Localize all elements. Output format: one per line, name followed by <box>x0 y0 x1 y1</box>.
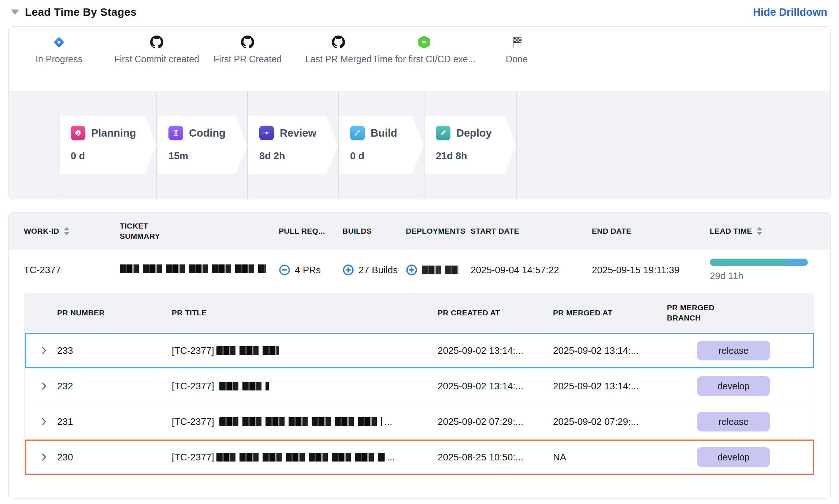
pr-title-suffix: ... <box>387 452 395 463</box>
work-table-row[interactable]: TC-2377 4 PRs 27 Builds <box>9 249 830 290</box>
stage-duration: 0 d <box>71 151 156 162</box>
stage-duration: 21d 8h <box>436 151 516 162</box>
column-header-ticket-summary[interactable]: TICKET SUMMARY <box>120 221 279 242</box>
chevron-right-icon[interactable] <box>25 452 57 462</box>
builds-cell[interactable]: 27 Builds <box>342 264 406 276</box>
column-label: LEAD TIME <box>710 227 752 236</box>
pull-requests-cell[interactable]: 4 PRs <box>279 264 342 276</box>
stage-planning[interactable]: Planning 0 d <box>60 116 156 174</box>
stage-name: Planning <box>91 127 136 139</box>
column-label: PR MERGED BRANCH <box>667 303 729 323</box>
stage-deploy[interactable]: Deploy 21d 8h <box>425 116 516 174</box>
lead-time-drilldown-page: Lead Time By Stages Hide Drilldown In Pr… <box>0 0 839 504</box>
column-label: BUILDS <box>342 227 372 236</box>
stage-coding[interactable]: Coding 15m <box>157 116 247 174</box>
pr-title-prefix: [TC-2377] <box>172 416 214 427</box>
pr-row-232[interactable]: 232 [TC-2377] 2025-09-02 13:14:... 2025-… <box>25 368 814 404</box>
hourglass-icon <box>168 126 183 140</box>
branch-badge: develop <box>697 447 770 467</box>
collapse-circle-icon[interactable] <box>279 264 290 276</box>
pull-requests-value: 4 PRs <box>295 264 321 276</box>
stage-divider <box>156 91 157 199</box>
hide-drilldown-link[interactable]: Hide Drilldown <box>753 6 827 18</box>
column-label: PR NUMBER <box>57 308 105 317</box>
column-label: PR CREATED AT <box>438 308 500 317</box>
pr-title-prefix: [TC-2377] <box>172 345 214 356</box>
pr-row-230[interactable]: 230 [TC-2377] ... 2025-08-25 10:50:... N… <box>25 439 814 475</box>
start-date-value: 2025-09-04 14:57:22 <box>471 264 592 276</box>
stage-divider <box>59 91 59 199</box>
pr-merged-at: NA <box>553 452 667 463</box>
pr-created-at: 2025-08-25 10:50:... <box>438 452 553 463</box>
sort-icon[interactable] <box>757 227 762 235</box>
chevron-right-icon[interactable] <box>25 416 57 427</box>
column-label: PR TITLE <box>172 308 207 317</box>
stage-name: Coding <box>189 127 226 139</box>
lead-time-cell: 29d 11h <box>710 259 830 282</box>
column-header-builds[interactable]: BUILDS <box>342 227 406 236</box>
column-header-pr-number[interactable]: PR NUMBER <box>57 308 172 317</box>
column-label: TICKET SUMMARY <box>120 221 167 242</box>
pr-title: [TC-2377] ... <box>172 416 438 427</box>
pr-merged-at: 2025-09-02 13:14:... <box>553 345 667 356</box>
lead-time-bar <box>710 259 808 266</box>
rocket-icon <box>436 126 450 140</box>
stage-zone: Planning 0 d Coding 15m <box>9 91 830 199</box>
milestone-label: Done <box>458 54 575 64</box>
pr-created-at: 2025-09-02 13:14:... <box>438 381 553 392</box>
sort-icon[interactable] <box>64 227 70 235</box>
stage-divider <box>338 91 339 199</box>
work-id-value: TC-2377 <box>24 264 120 276</box>
chevron-right-icon[interactable] <box>25 381 57 391</box>
finish-flag-icon <box>458 35 575 49</box>
stage-divider <box>516 91 517 199</box>
column-header-start-date[interactable]: START DATE <box>471 227 592 236</box>
column-header-end-date[interactable]: END DATE <box>592 227 710 236</box>
pr-row-233[interactable]: 233 [TC-2377] 2025-09-02 13:14:... 2025-… <box>25 333 814 368</box>
column-header-pr-merged-at[interactable]: PR MERGED AT <box>553 308 667 317</box>
lead-time-stages-card: In Progress First Commit created First P… <box>8 26 831 199</box>
page-title: Lead Time By Stages <box>25 6 137 18</box>
redacted-text <box>422 266 459 274</box>
pr-row-231[interactable]: 231 [TC-2377] ... 2025-09-02 07:29:... 2… <box>25 404 814 439</box>
redacted-text <box>219 382 269 390</box>
deployments-cell[interactable] <box>406 264 471 276</box>
planning-icon <box>71 126 85 140</box>
pr-number: 230 <box>57 452 172 463</box>
branch-badge: release <box>697 412 770 431</box>
branch-icon <box>350 126 365 140</box>
column-header-pr-created-at[interactable]: PR CREATED AT <box>438 308 553 317</box>
column-header-work-id[interactable]: WORK-ID <box>24 227 120 236</box>
column-header-pr-merged-branch[interactable]: PR MERGED BRANCH <box>667 303 814 323</box>
column-label: DEPLOYMENTS <box>406 227 465 236</box>
pr-merged-at: 2025-09-02 13:14:... <box>553 381 667 392</box>
pr-number: 232 <box>57 381 172 392</box>
stage-duration: 8d 2h <box>259 151 338 162</box>
svg-text:∞: ∞ <box>422 38 427 45</box>
stage-name: Deploy <box>456 127 492 139</box>
branch-badge: develop <box>697 376 770 396</box>
pr-title-prefix: [TC-2377] <box>172 381 214 392</box>
column-header-lead-time[interactable]: LEAD TIME <box>710 227 830 236</box>
redacted-text <box>216 346 279 355</box>
column-label: WORK-ID <box>24 227 59 236</box>
chevron-right-icon[interactable] <box>25 345 57 356</box>
ticket-summary-redacted <box>120 264 279 276</box>
column-header-pull-requests[interactable]: PULL REQ... <box>279 227 342 236</box>
expand-circle-icon[interactable] <box>342 264 354 276</box>
stage-review[interactable]: Review 8d 2h <box>248 116 338 174</box>
pr-merged-at: 2025-09-02 07:29:... <box>553 416 667 427</box>
pr-number: 233 <box>57 345 172 356</box>
expand-circle-icon[interactable] <box>406 264 417 276</box>
column-header-deployments[interactable]: DEPLOYMENTS <box>406 227 471 236</box>
redacted-text <box>216 453 385 462</box>
stage-duration: 15m <box>168 151 247 162</box>
column-header-pr-title[interactable]: PR TITLE <box>172 308 438 317</box>
collapse-triangle-icon[interactable] <box>11 10 19 15</box>
stage-build[interactable]: Build 0 d <box>339 116 424 174</box>
milestone-done: Done <box>458 35 575 64</box>
pr-created-at: 2025-09-02 13:14:... <box>438 345 553 356</box>
commit-icon <box>259 126 274 140</box>
pr-title-prefix: [TC-2377] <box>172 452 214 463</box>
column-label: PR MERGED AT <box>553 308 612 317</box>
